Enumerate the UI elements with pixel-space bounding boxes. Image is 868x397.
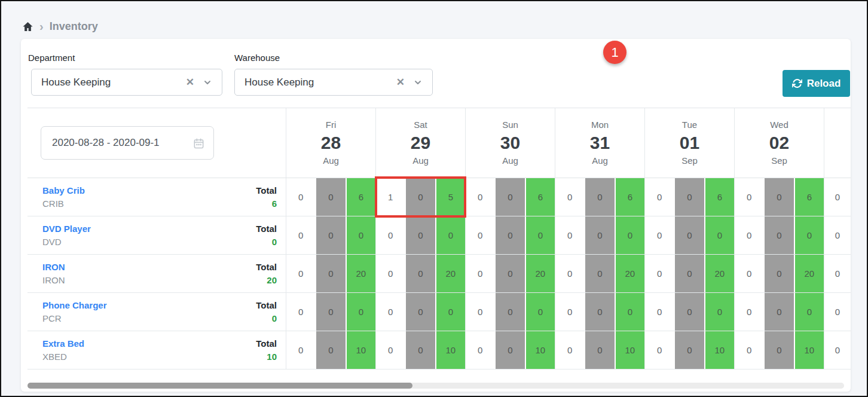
calendar-icon[interactable] [193, 138, 213, 149]
inventory-cell: 0 [376, 293, 405, 331]
overflow-cell: 0 [824, 178, 851, 216]
day-header: Mon31Aug [555, 108, 645, 178]
inventory-cell: 0 [555, 331, 584, 369]
day-header-month: Aug [323, 154, 339, 168]
product-cell: Extra BedXBEDTotal10 [27, 331, 286, 369]
inventory-cell: 1 [376, 178, 405, 216]
day-cell-group: 000 [376, 216, 466, 254]
overflow-header-cell [824, 108, 851, 178]
product-link[interactable]: IRON [42, 262, 65, 272]
day-header-name: Mon [591, 118, 609, 132]
chevron-down-icon[interactable] [413, 78, 432, 87]
breadcrumb-separator: › [39, 20, 44, 32]
product-total-block: Total6 [256, 185, 277, 209]
table-header-row: 2020-08-28 - 2020-09-1 Fri28AugSat29AugS… [27, 108, 851, 178]
department-select[interactable]: House Keeping ✕ [31, 69, 222, 96]
callout-badge: 1 [603, 41, 626, 64]
warehouse-label: Warehouse [234, 53, 280, 63]
product-code: DVD [42, 237, 91, 247]
inventory-cell: 0 [466, 293, 494, 331]
product-cell: Baby CribCRIBTotal6 [27, 178, 286, 216]
horizontal-scrollbar-track[interactable] [27, 383, 844, 389]
day-cell-group: 000 [645, 293, 735, 331]
table-row: Phone ChargerPCRTotal0000000000000000000… [27, 293, 851, 331]
home-icon[interactable] [22, 21, 33, 32]
overflow-cell: 0 [824, 255, 851, 292]
day-cell-group: 0020 [555, 255, 645, 292]
product-name-block: Baby CribCRIB [42, 185, 85, 209]
inventory-cell: 0 [735, 293, 763, 331]
inventory-cell-gray: 0 [763, 178, 793, 216]
inventory-cell: 0 [466, 178, 494, 216]
total-label: Total [256, 338, 277, 349]
product-link[interactable]: Extra Bed [42, 338, 84, 349]
inventory-cell-gray: 0 [584, 216, 614, 254]
inventory-cell: 0 [645, 255, 674, 292]
product-name-block: Extra BedXBED [42, 338, 84, 362]
warehouse-select[interactable]: House Keeping ✕ [234, 69, 433, 96]
inventory-cell-green: 6 [615, 178, 644, 216]
reload-button[interactable]: Reload [783, 70, 850, 97]
breadcrumb: › Inventory [22, 20, 98, 33]
date-range-input[interactable]: 2020-08-28 - 2020-09-1 [41, 126, 214, 160]
chevron-down-icon[interactable] [203, 78, 222, 87]
clear-icon[interactable]: ✕ [178, 76, 203, 88]
product-code: PCR [42, 313, 107, 323]
horizontal-scrollbar-thumb[interactable] [27, 383, 412, 389]
day-header: Sun30Aug [466, 108, 555, 178]
inventory-cell-gray: 0 [494, 178, 524, 216]
product-link[interactable]: DVD Player [42, 224, 91, 234]
inventory-cell-green: 0 [794, 216, 824, 254]
inventory-table: 2020-08-28 - 2020-09-1 Fri28AugSat29AugS… [27, 108, 851, 369]
product-link[interactable]: Baby Crib [42, 185, 85, 196]
inventory-cell-gray: 0 [763, 293, 793, 331]
refresh-icon [792, 78, 802, 88]
day-header-month: Aug [502, 154, 518, 168]
day-header-number: 31 [590, 132, 610, 154]
day-cell-group: 006 [286, 178, 376, 216]
day-cell-group: 006 [735, 178, 824, 216]
day-cell-group: 0010 [376, 331, 466, 369]
inventory-cell-green: 20 [615, 255, 644, 292]
clear-icon[interactable]: ✕ [388, 76, 413, 88]
overflow-cell: 0 [824, 216, 851, 254]
day-cell-group: 000 [286, 216, 376, 254]
date-range-header-cell: 2020-08-28 - 2020-09-1 [27, 108, 286, 178]
day-header-number: 28 [321, 132, 341, 154]
day-header: Fri28Aug [286, 108, 376, 178]
inventory-cell-gray: 0 [763, 216, 793, 254]
inventory-cell-green: 20 [794, 255, 824, 292]
table-row: IRONIRONTotal200020002000200020002000200 [27, 255, 851, 293]
day-cell-group: 0020 [286, 255, 376, 292]
inventory-cell-green: 0 [346, 216, 375, 254]
inventory-cell-gray: 0 [584, 178, 614, 216]
product-link[interactable]: Phone Charger [42, 300, 107, 310]
inventory-cell-gray: 0 [674, 178, 704, 216]
product-name-block: DVD PlayerDVD [42, 224, 91, 247]
inventory-cell: 0 [376, 331, 405, 369]
day-header-name: Fri [326, 118, 337, 132]
day-cell-group: 000 [466, 216, 555, 254]
inventory-cell: 0 [286, 331, 315, 369]
day-cell-group: 006 [645, 178, 735, 216]
day-header-number: 30 [500, 132, 520, 154]
inventory-cell-green: 10 [525, 331, 555, 369]
product-name-block: Phone ChargerPCR [42, 300, 107, 323]
day-cell-group: 0010 [286, 331, 376, 369]
inventory-cell: 0 [466, 216, 494, 254]
day-header-number: 02 [769, 132, 789, 154]
inventory-cell-gray: 0 [315, 255, 345, 292]
inventory-cell-gray: 0 [315, 331, 345, 369]
total-label: Total [256, 300, 277, 310]
table-row: DVD PlayerDVDTotal00000000000000000000 [27, 216, 851, 255]
inventory-cell-gray: 0 [405, 331, 435, 369]
inventory-cell-gray: 0 [405, 293, 435, 331]
inventory-cell-green: 6 [525, 178, 555, 216]
breadcrumb-current: Inventory [50, 20, 98, 33]
day-header-name: Wed [770, 118, 788, 132]
day-cell-group: 000 [466, 293, 555, 331]
inventory-cell-green: 0 [346, 293, 375, 331]
day-header-month: Sep [771, 154, 787, 168]
inventory-cell-gray: 0 [494, 216, 524, 254]
total-value: 20 [267, 275, 277, 285]
